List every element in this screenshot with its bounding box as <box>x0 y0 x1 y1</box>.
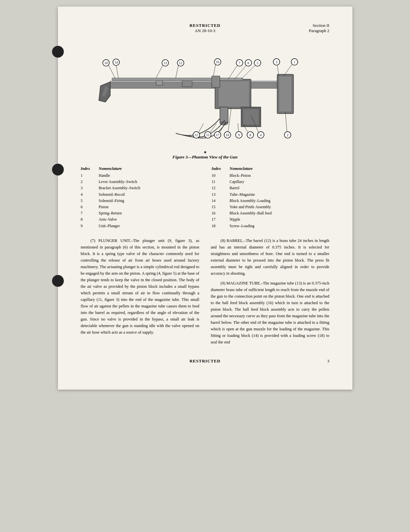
body-right: (8) BARREL.–The barrel (12) is a brass t… <box>211 237 330 349</box>
nom-name: Capillary <box>230 179 330 185</box>
svg-text:18: 18 <box>104 61 108 65</box>
nomenclature-right: Index Nomenclature 10Block–Piston11Capil… <box>212 166 330 229</box>
svg-line-35 <box>241 65 255 79</box>
nom-index: 13 <box>212 192 223 198</box>
svg-rect-0 <box>110 83 284 88</box>
nom-header-left: Index Nomenclature <box>81 166 199 171</box>
nom-row: 9Unit–Plunger <box>81 223 199 229</box>
svg-text:8: 8 <box>249 133 251 137</box>
classification-label: RESTRICTED <box>127 23 284 28</box>
page-header: RESTRICTED AN 28-10-3 Section II Paragra… <box>81 23 330 33</box>
nom-index: 16 <box>212 210 223 216</box>
nom-row: 7Spring–Return <box>81 210 199 216</box>
svg-text:16: 16 <box>216 60 219 64</box>
nom-row: 12Barrel <box>212 185 330 191</box>
nom-row: 16Block Assembly–Ball feed <box>212 210 330 216</box>
svg-line-14 <box>109 65 115 78</box>
nom-name: Tube–Magazine <box>230 192 330 198</box>
nom-index: 9 <box>81 223 92 229</box>
nom-left-rows: 1Handle2Lever Assembly–Switch3Bracket As… <box>81 173 199 229</box>
svg-line-29 <box>228 65 237 79</box>
nom-name: Solenoid–Firing <box>99 198 199 204</box>
nom-name: Unit–Plunger <box>99 223 199 229</box>
svg-text:17: 17 <box>216 133 219 137</box>
nom-index: 4 <box>81 192 92 198</box>
svg-text:10: 10 <box>226 133 229 137</box>
figure-caption: Figure 3—Phantom View of the Gun <box>81 151 330 160</box>
nom-name: Solenoid–Recoil <box>99 192 199 198</box>
gun-svg: 18 14 13 12 16 <box>91 43 320 148</box>
section-label: Section II <box>284 23 330 28</box>
nom-index: 7 <box>81 210 92 216</box>
header-right: Section II Paragraph 2 <box>284 23 330 33</box>
nom-name: Arm–Valve <box>99 216 199 223</box>
svg-text:1: 1 <box>294 60 295 64</box>
svg-text:7: 7 <box>239 61 240 65</box>
punch-hole-top <box>52 46 64 58</box>
svg-line-56 <box>238 123 239 132</box>
svg-line-44 <box>199 123 204 132</box>
nom-name: Barrel <box>230 185 330 191</box>
nom-index: 6 <box>81 204 92 210</box>
svg-rect-5 <box>243 109 259 125</box>
svg-rect-13 <box>212 76 220 87</box>
para-right-container: (8) BARREL.–The barrel (12) is a brass t… <box>211 237 330 345</box>
nom-name: Nipple <box>230 216 330 223</box>
svg-line-26 <box>213 64 216 76</box>
footer-classification: RESTRICTED <box>94 358 316 364</box>
nom-row: 10Block–Piston <box>212 173 330 179</box>
figure-area: 18 14 13 12 16 <box>81 43 330 160</box>
svg-line-65 <box>285 112 287 132</box>
nom-name: Block–Piston <box>230 173 330 179</box>
nom-row: 5Solenoid–Firing <box>81 198 199 204</box>
nom-index: 18 <box>212 223 223 229</box>
page-footer: RESTRICTED 3 <box>81 358 330 364</box>
nom-row: 4Solenoid–Recoil <box>81 192 199 198</box>
nom-index: 1 <box>81 173 92 179</box>
svg-rect-1 <box>110 81 284 83</box>
nom-header-right: Index Nomenclature <box>212 166 330 171</box>
nom-header-name-left: Nomenclature <box>99 166 199 171</box>
nom-index: 3 <box>81 185 92 191</box>
gun-diagram: 18 14 13 12 16 <box>91 43 320 148</box>
body-paragraph: (9) MAGAZINE TUBE.–The magazine tube (13… <box>211 280 330 345</box>
svg-text:11: 11 <box>195 133 198 137</box>
gun-drawing <box>99 74 294 138</box>
nom-name: Block Assembly–Ball feed <box>230 210 330 216</box>
nom-index: 12 <box>212 185 223 191</box>
svg-text:9: 9 <box>238 133 240 137</box>
svg-text:6: 6 <box>247 61 249 65</box>
nom-index: 2 <box>81 179 92 185</box>
nom-row: 17Nipple <box>212 216 330 223</box>
svg-text:12: 12 <box>179 61 182 65</box>
nom-index: 15 <box>212 204 223 210</box>
nom-row: 6Piston <box>81 204 199 210</box>
punch-hole-mid <box>52 164 64 175</box>
page-number: 3 <box>316 358 330 364</box>
svg-rect-7 <box>279 76 292 112</box>
svg-text:4: 4 <box>260 133 261 137</box>
para-7: (7) PLUNGER UNIT.–The plunger unit (9, f… <box>81 237 200 336</box>
nom-index: 14 <box>212 198 223 204</box>
nom-index: 17 <box>212 216 223 223</box>
nom-name: Yoke and Pintle Assembly <box>230 204 330 210</box>
nom-index: 8 <box>81 216 92 223</box>
nom-row: 3Bracket Assembly–Switch <box>81 185 199 191</box>
svg-rect-12 <box>112 78 243 81</box>
nom-row: 11Capillary <box>212 179 330 185</box>
nom-index: 11 <box>212 179 223 185</box>
nom-row: 18Screw–Loading <box>212 223 330 229</box>
header-center: RESTRICTED AN 28-10-3 <box>127 23 284 33</box>
nom-name: Bracket Assembly–Switch <box>99 185 199 191</box>
nom-row: 15Yoke and Pintle Assembly <box>212 204 330 210</box>
nom-row: 14Block Assembly–Loading <box>212 198 330 204</box>
nom-header-index-left: Index <box>81 166 92 171</box>
nom-name: Spring–Return <box>99 210 199 216</box>
nom-row: 1Handle <box>81 173 199 179</box>
svg-text:3: 3 <box>276 60 277 64</box>
nom-row: 13Tube–Magazine <box>212 192 330 198</box>
punch-hole-bot <box>52 275 64 287</box>
nom-index: 5 <box>81 198 92 204</box>
nom-row: 8Arm–Valve <box>81 216 199 223</box>
svg-line-32 <box>235 65 246 79</box>
